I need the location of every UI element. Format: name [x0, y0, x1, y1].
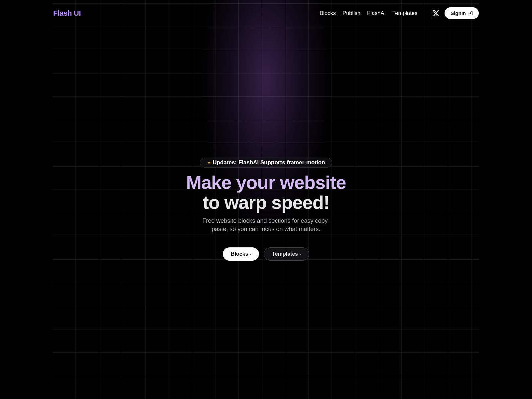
logo[interactable]: Flash UI: [53, 9, 81, 18]
templates-button-label: Templates: [272, 251, 298, 257]
chevron-right-icon: ›: [299, 251, 301, 257]
blocks-button-label: Blocks: [231, 251, 248, 257]
nav-right: Blocks Publish FlashAI Templates SignIn: [320, 7, 479, 19]
header: Flash UI Blocks Publish FlashAI Template…: [0, 0, 532, 26]
header-actions: SignIn: [432, 7, 479, 19]
nav-publish[interactable]: Publish: [342, 10, 360, 16]
x-twitter-icon[interactable]: [432, 10, 440, 17]
signin-button[interactable]: SignIn: [445, 7, 479, 19]
hero-subtitle: Free website blocks and sections for eas…: [200, 217, 332, 233]
nav-flashai[interactable]: FlashAI: [367, 10, 386, 16]
sparkle-icon: ✦: [207, 160, 211, 166]
nav-links: Blocks Publish FlashAI Templates: [320, 10, 417, 16]
hero-section: ✦ Updates: FlashAI Supports framer-motio…: [0, 158, 532, 261]
update-badge[interactable]: ✦ Updates: FlashAI Supports framer-motio…: [200, 158, 332, 168]
chevron-right-icon: ›: [250, 251, 251, 257]
title-line-1: Make your website: [186, 173, 346, 193]
login-icon: [468, 11, 473, 16]
hero-buttons: Blocks › Templates ›: [223, 247, 309, 261]
title-line-2: to warp speed!: [186, 193, 346, 212]
templates-button[interactable]: Templates ›: [264, 247, 309, 261]
hero-title: Make your website to warp speed!: [186, 173, 346, 213]
nav-blocks[interactable]: Blocks: [320, 10, 336, 16]
blocks-button[interactable]: Blocks ›: [223, 247, 259, 261]
nav-templates[interactable]: Templates: [392, 10, 417, 16]
signin-label: SignIn: [451, 10, 466, 16]
update-text: Updates: FlashAI Supports framer-motion: [212, 159, 325, 166]
